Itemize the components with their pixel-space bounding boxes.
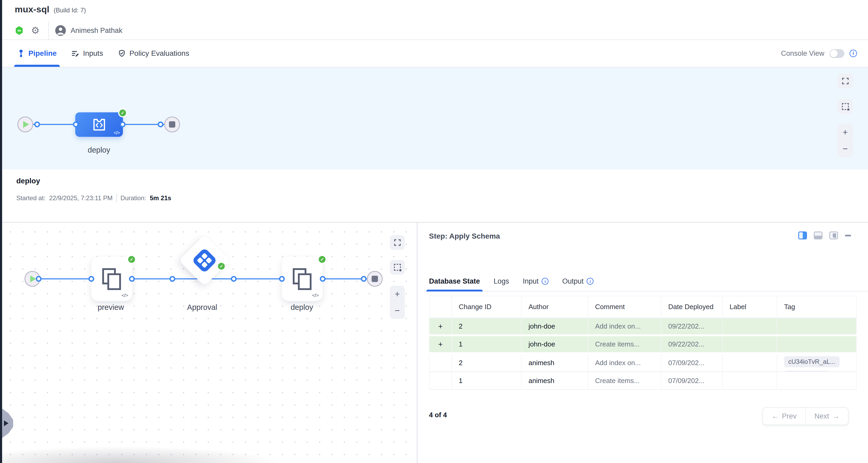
pipeline-icon [18,49,25,57]
tab-output[interactable]: Output i [562,271,593,291]
infinity-icon: ∞ [18,28,21,33]
build-id: (Build Id: 7) [54,7,86,14]
tab-output-label: Output [562,277,584,286]
select-area-button[interactable] [838,99,853,114]
deploy-input-port[interactable] [279,276,285,282]
cell-expander [429,354,452,371]
checkered-diamond-icon [191,247,218,274]
end-input-port[interactable] [158,122,163,127]
table-row[interactable]: + 1 john-doe Create items... 09/22/202..… [429,336,857,354]
start-node[interactable] [18,117,33,132]
expand-row-button[interactable]: + [438,340,443,349]
tab-pipeline-label: Pipeline [28,49,57,58]
next-label: Next [814,412,829,420]
console-view-toggle[interactable] [830,49,844,58]
zoom-out-button[interactable]: − [838,140,853,157]
deploy-step-node[interactable]: </> [75,112,123,137]
node-label-deploy: deploy [88,146,110,155]
tab-database-state[interactable]: Database State [429,271,480,291]
zoom-controls: + − [838,124,853,157]
top-pipeline-canvas[interactable]: </> ✓ deploy + − [2,67,868,169]
lower-pipeline-canvas[interactable]: </> ✓ ✓ </> [2,223,417,463]
active-tab-underline [14,65,60,67]
deploy-output-port[interactable] [320,276,326,282]
col-expander [429,296,452,318]
zoom-in-button[interactable]: + [838,124,853,140]
next-button[interactable]: Next → [806,408,848,425]
cell-expander [429,372,452,389]
start-output-port[interactable] [36,276,41,282]
cell-tag [777,336,857,352]
select-area-button[interactable] [390,260,405,275]
col-label: Label [723,296,777,318]
approval-output-port[interactable] [231,276,237,282]
success-badge: ✓ [118,108,127,117]
output-info-icon[interactable]: i [587,278,593,285]
settings-gear-icon[interactable]: ⚙ [31,26,39,35]
started-at-label: Started at: [16,194,45,202]
zoom-controls: + − [390,286,405,319]
deploy-input-port[interactable] [73,122,79,127]
end-input-port[interactable] [361,276,367,282]
node-label-deploy: deploy [290,303,313,312]
start-output-port[interactable] [34,122,40,127]
sidebar-expand-handle[interactable] [2,408,13,438]
cell-change-id: 1 [452,336,522,352]
input-info-icon[interactable]: i [541,278,549,285]
next-arrow-icon: → [832,412,839,420]
deploy-step-node[interactable]: </> [282,257,323,301]
expand-row-button[interactable]: + [438,322,443,331]
tab-pipeline[interactable]: Pipeline [18,40,57,67]
tab-inputs[interactable]: Inputs [71,40,103,67]
deploy-output-port[interactable] [120,122,126,127]
layout-floating-panel-button[interactable] [829,232,838,239]
tab-logs[interactable]: Logs [494,271,509,291]
tab-inputs-label: Inputs [83,49,103,58]
node-label-preview: preview [98,303,124,312]
cell-comment: Create items... [588,336,661,352]
cell-date-deployed: 07/09/202... [661,354,723,371]
active-tab-underline [426,290,483,292]
layout-split-bottom-button[interactable] [814,232,823,239]
end-node[interactable] [367,271,383,287]
cell-comment: Add index on... [588,318,661,334]
tab-policy-evaluations-label: Policy Evaluations [129,49,189,58]
duration-label: Duration: [121,194,146,202]
toggle-knob [830,50,838,57]
layout-split-right-button[interactable] [798,232,807,239]
tag-chip[interactable]: cU34ioTvR_aL... [784,361,840,367]
zoom-in-button[interactable]: + [390,286,405,302]
tab-policy-evaluations[interactable]: Policy Evaluations [118,40,189,67]
check-icon: ✓ [320,257,324,262]
fit-view-button[interactable] [838,74,853,88]
prev-button[interactable]: ← Prev [763,408,805,425]
cell-label [723,336,777,352]
started-at-value: 22/9/2025, 7:23:11 PM [49,194,113,202]
preview-step-node[interactable]: </> [91,257,132,301]
table-row[interactable]: + 2 john-doe Add index on... 09/22/202..… [429,318,857,336]
fit-view-icon [841,77,849,85]
console-info-icon[interactable]: i [849,50,857,57]
fit-view-button[interactable] [390,235,405,250]
end-node[interactable] [164,117,180,132]
person-icon [55,25,66,36]
database-state-table: Change ID Author Comment Date Deployed L… [429,296,857,390]
tab-input[interactable]: Input i [523,271,549,291]
copy-icon [291,266,314,292]
preview-input-port[interactable] [88,276,94,282]
check-icon: ✓ [130,257,133,262]
cell-author: animesh [522,372,588,389]
preview-output-port[interactable] [129,276,135,282]
app-header: mux-sql (Build Id: 7) ∞ ⚙ Animesh Pathak [2,0,868,40]
table-row[interactable]: 2 animesh Add index on... 07/09/202... c… [429,354,857,372]
code-glyph: </> [312,293,318,298]
cell-date-deployed: 09/22/202... [661,318,723,334]
zoom-out-button[interactable]: − [390,302,405,319]
minimize-panel-button[interactable] [845,235,851,236]
col-comment: Comment [588,296,661,318]
table-row[interactable]: 1 animesh Create items... 07/09/202... [429,372,857,390]
col-author: Author [522,296,588,318]
cell-change-id: 2 [452,354,522,371]
approval-input-port[interactable] [169,276,175,282]
cell-author: john-doe [522,336,588,352]
